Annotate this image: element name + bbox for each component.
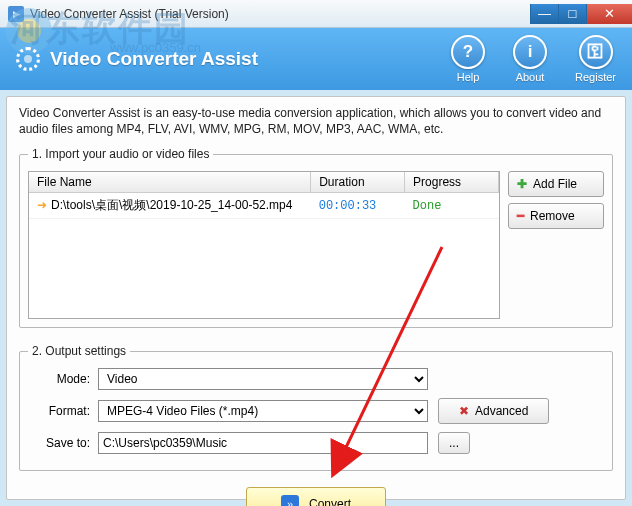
column-header-name[interactable]: File Name bbox=[29, 172, 311, 193]
remove-label: Remove bbox=[530, 209, 575, 223]
register-button[interactable]: ⚿ Register bbox=[575, 35, 616, 83]
description-text: Video Converter Assist is an easy-to-use… bbox=[19, 105, 613, 137]
output-legend: 2. Output settings bbox=[28, 344, 130, 358]
format-label: Format: bbox=[28, 404, 98, 418]
table-row[interactable]: ➜D:\tools\桌面\视频\2019-10-25_14-00-52.mp4 … bbox=[29, 193, 499, 219]
file-table[interactable]: File Name Duration Progress ➜D:\tools\桌面… bbox=[28, 171, 500, 319]
save-to-input[interactable] bbox=[98, 432, 428, 454]
advanced-label: Advanced bbox=[475, 404, 528, 418]
import-legend: 1. Import your audio or video files bbox=[28, 147, 213, 161]
register-label: Register bbox=[575, 71, 616, 83]
save-to-label: Save to: bbox=[28, 436, 98, 450]
banner: Video Converter Assist ? Help i About ⚿ … bbox=[0, 28, 632, 90]
file-progress: Done bbox=[413, 199, 442, 213]
advanced-button[interactable]: ✖ Advanced bbox=[438, 398, 549, 424]
minimize-button[interactable]: — bbox=[530, 4, 558, 24]
remove-button[interactable]: ━ Remove bbox=[508, 203, 604, 229]
gear-icon bbox=[16, 47, 40, 71]
file-name: D:\tools\桌面\视频\2019-10-25_14-00-52.mp4 bbox=[51, 198, 292, 212]
convert-label: Convert bbox=[309, 497, 351, 506]
import-fieldset: 1. Import your audio or video files File… bbox=[19, 147, 613, 328]
add-file-button[interactable]: ✚ Add File bbox=[508, 171, 604, 197]
key-icon: ⚿ bbox=[579, 35, 613, 69]
file-icon: ➜ bbox=[37, 198, 47, 212]
title-bar: Video Converter Assist (Trial Version) —… bbox=[0, 0, 632, 28]
question-icon: ? bbox=[451, 35, 485, 69]
close-button[interactable]: ✕ bbox=[586, 4, 632, 24]
mode-select[interactable]: Video bbox=[98, 368, 428, 390]
window-title: Video Converter Assist (Trial Version) bbox=[30, 7, 530, 21]
about-label: About bbox=[516, 71, 545, 83]
about-button[interactable]: i About bbox=[513, 35, 547, 83]
file-duration: 00:00:33 bbox=[319, 199, 377, 213]
browse-button[interactable]: ... bbox=[438, 432, 470, 454]
main-panel: Video Converter Assist is an easy-to-use… bbox=[6, 96, 626, 500]
app-title: Video Converter Assist bbox=[50, 48, 258, 70]
info-icon: i bbox=[513, 35, 547, 69]
help-label: Help bbox=[457, 71, 480, 83]
play-icon: » bbox=[281, 495, 299, 506]
plus-icon: ✚ bbox=[517, 177, 527, 191]
mode-label: Mode: bbox=[28, 372, 98, 386]
column-header-duration[interactable]: Duration bbox=[311, 172, 405, 193]
column-header-progress[interactable]: Progress bbox=[405, 172, 499, 193]
help-button[interactable]: ? Help bbox=[451, 35, 485, 83]
convert-button[interactable]: » Convert bbox=[246, 487, 386, 506]
maximize-button[interactable]: □ bbox=[558, 4, 586, 24]
format-select[interactable]: MPEG-4 Video Files (*.mp4) bbox=[98, 400, 428, 422]
output-fieldset: 2. Output settings Mode: Video Format: M… bbox=[19, 344, 613, 471]
minus-icon: ━ bbox=[517, 209, 524, 223]
add-file-label: Add File bbox=[533, 177, 577, 191]
app-icon bbox=[8, 6, 24, 22]
tools-icon: ✖ bbox=[459, 404, 469, 418]
